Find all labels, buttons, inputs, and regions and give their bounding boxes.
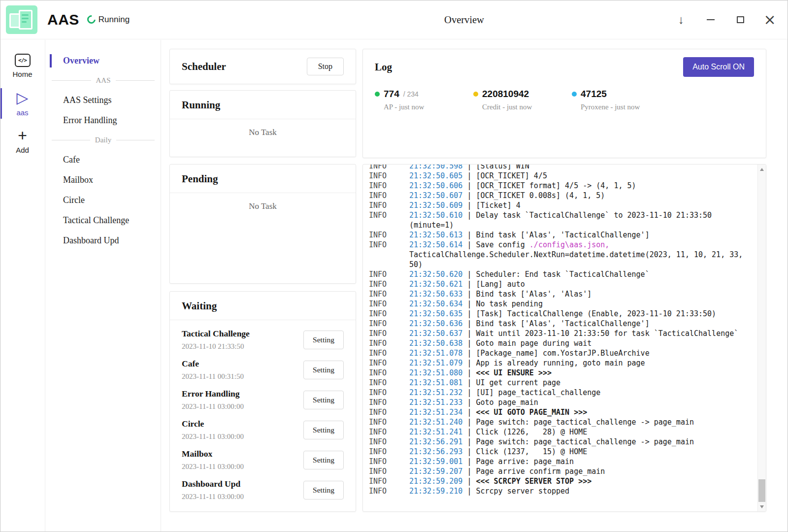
log-message: 21:32:51.240 | Page switch: page_tactica… (409, 417, 744, 427)
log-message: 21:32:50.613 | Bind task ['Alas', 'Tacti… (409, 230, 744, 240)
rail-item-label: Add (16, 146, 29, 154)
log-scrollbar[interactable] (757, 165, 766, 511)
scroll-thumb[interactable] (758, 479, 765, 502)
log-level: INFO (369, 164, 409, 171)
pyroxene-dot-icon (572, 92, 577, 97)
log-message: 21:32:59.210 | Scrcpy server stopped (409, 486, 744, 496)
log-line: INFO21:32:50.607 | [OCR_TICKET 0.008s] (… (369, 191, 744, 200)
task-setting-button[interactable]: Setting (303, 421, 344, 439)
log-timestamp: 21:32:50.637 (409, 329, 462, 338)
log-line: INFO21:32:56.291 | Page switch: page_tac… (369, 437, 744, 447)
running-status-label: Running (98, 15, 130, 25)
task-setting-button[interactable]: Setting (303, 391, 344, 409)
minimize-button[interactable] (705, 14, 716, 25)
running-title: Running (182, 99, 220, 111)
log-line: INFO21:32:50.606 | [OCR_TICKET format] 4… (369, 181, 744, 191)
running-card: Running No Task (169, 90, 356, 157)
log-level: INFO (369, 358, 409, 368)
sidebar-item-circle[interactable]: Circle (46, 190, 161, 210)
task-next-run-time: 2023-11-11 00:31:50 (182, 372, 303, 381)
rail-item-add[interactable]: + Add (0, 123, 45, 160)
stat-credit: 220810942 Credit - just now (473, 89, 572, 111)
task-info: Dashboard Upd 2023-11-11 03:00:00 (182, 479, 303, 501)
log-lines: INFO21:32:50.598 | [Status] WININFO21:32… (363, 164, 766, 500)
close-button[interactable]: × (764, 14, 775, 25)
log-message: 21:32:50.607 | [OCR_TICKET 0.008s] (4, 1… (409, 191, 744, 200)
rail-item-aas[interactable]: ▷ aas (0, 84, 45, 123)
task-name: Circle (182, 419, 303, 429)
log-timestamp: 21:32:50.614 (409, 240, 462, 249)
scroll-down-arrow[interactable] (758, 502, 766, 511)
stat-label: Credit - just now (482, 103, 572, 111)
task-next-run-time: 2023-11-10 21:33:50 (182, 342, 303, 351)
log-line: INFO21:32:56.293 | Click (1237, 15) @ HO… (369, 447, 744, 457)
stat-value: 220810942 (482, 89, 529, 100)
log-timestamp: 21:32:50.621 (409, 280, 462, 289)
log-line: INFO21:32:50.614 | Save config ./config\… (369, 240, 744, 269)
waiting-card: Waiting Tactical Challenge 2023-11-10 21… (169, 291, 356, 512)
task-setting-button[interactable]: Setting (303, 331, 344, 349)
sidebar-item-dashboard-upd[interactable]: Dashboard Upd (46, 231, 161, 251)
maximize-button[interactable] (735, 14, 746, 25)
rail-item-label: Home (12, 70, 32, 78)
rail-item-home[interactable]: </> Home (0, 48, 45, 84)
task-next-run-time: 2023-11-11 03:00:00 (182, 432, 303, 441)
log-timestamp: 21:32:50.607 (409, 191, 462, 200)
log-timestamp: 21:32:59.209 (409, 477, 462, 486)
update-download-button[interactable]: ↓ (676, 14, 687, 25)
scroll-up-arrow[interactable] (758, 165, 766, 173)
log-timestamp: 21:32:50.636 (409, 319, 462, 328)
log-level: INFO (369, 329, 409, 338)
task-name: Mailbox (182, 449, 303, 459)
log-message: 21:32:56.291 | Page switch: page_tactica… (409, 437, 744, 447)
group-label: Daily (95, 136, 111, 144)
log-timestamp: 21:32:50.638 (409, 339, 462, 348)
log-message: 21:32:50.620 | Scheduler: End task `Tact… (409, 269, 744, 279)
app-logo-icon (6, 5, 37, 34)
log-console: INFO21:32:50.598 | [Status] WININFO21:32… (362, 164, 766, 512)
log-line: INFO21:32:51.234 | <<< UI GOTO PAGE_MAIN… (369, 407, 744, 417)
log-message: 21:32:50.621 | [Lang] auto (409, 279, 744, 289)
stat-label: Pyroxene - just now (581, 103, 670, 111)
sidebar-nav: Overview AAS AAS Settings Error Handling… (46, 40, 161, 532)
log-level: INFO (369, 476, 409, 486)
sidebar-item-error-handling[interactable]: Error Handling (46, 110, 161, 131)
log-level: INFO (369, 348, 409, 358)
stat-ap: 774 / 234 AP - just now (375, 89, 473, 111)
log-level: INFO (369, 319, 409, 329)
task-setting-button[interactable]: Setting (303, 481, 344, 499)
sidebar-item-overview[interactable]: Overview (46, 51, 161, 71)
log-message: 21:32:51.078 | [Package_name] com.Yostar… (409, 348, 744, 358)
log-message: 21:32:56.293 | Click (1237, 15) @ HOME (409, 447, 744, 457)
log-level: INFO (369, 338, 409, 348)
task-next-run-time: 2023-11-11 03:00:00 (182, 402, 303, 411)
log-level: INFO (369, 200, 409, 210)
stat-label: AP - just now (384, 103, 473, 111)
log-message: 21:32:50.633 | Bind task ['Alas', 'Alas'… (409, 289, 744, 299)
log-timestamp: 21:32:50.613 (409, 231, 462, 239)
log-level: INFO (369, 279, 409, 289)
task-setting-button[interactable]: Setting (303, 361, 344, 379)
task-setting-button[interactable]: Setting (303, 451, 344, 469)
auto-scroll-toggle-button[interactable]: Auto Scroll ON (683, 57, 754, 77)
sidebar-item-tactical-challenge[interactable]: Tactical Challenge (46, 210, 161, 231)
log-line: INFO21:32:50.610 | Delay task `TacticalC… (369, 210, 744, 230)
log-timestamp: 21:32:50.635 (409, 309, 462, 318)
log-line: INFO21:32:50.620 | Scheduler: End task `… (369, 269, 744, 279)
log-title: Log (375, 61, 392, 73)
log-timestamp: 21:32:50.634 (409, 299, 462, 308)
log-line: INFO21:32:50.621 | [Lang] auto (369, 279, 744, 289)
log-timestamp: 21:32:51.233 (409, 398, 462, 407)
log-timestamp: 21:32:56.293 (409, 447, 462, 456)
scheduler-stop-button[interactable]: Stop (307, 58, 344, 75)
pending-empty-text: No Task (170, 193, 356, 220)
log-message: 21:32:50.638 | Goto main page during wai… (409, 338, 744, 348)
sidebar-item-mailbox[interactable]: Mailbox (46, 170, 161, 190)
log-level: INFO (369, 210, 409, 230)
log-line: INFO21:32:59.210 | Scrcpy server stopped (369, 486, 744, 496)
plus-icon: + (18, 129, 27, 143)
spinner-icon (85, 14, 97, 26)
sidebar-item-cafe[interactable]: Cafe (46, 150, 161, 170)
sidebar-item-aas-settings[interactable]: AAS Settings (46, 90, 161, 110)
log-timestamp: 21:32:50.609 (409, 201, 462, 210)
